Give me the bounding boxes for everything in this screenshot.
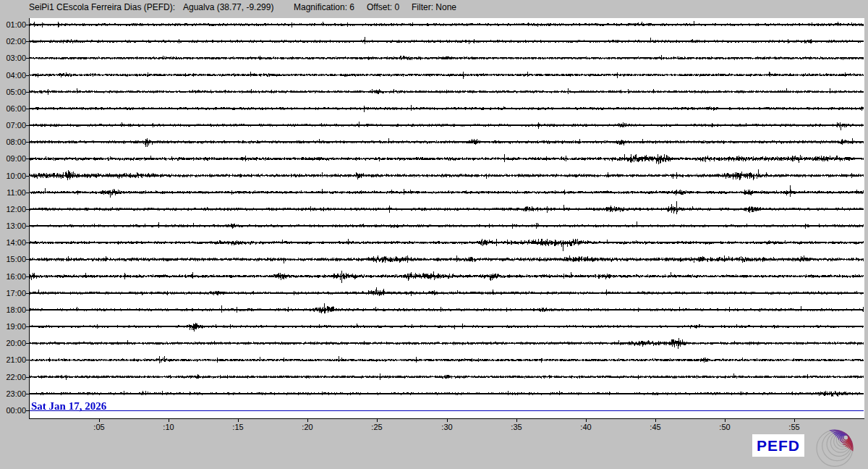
hour-label: 00:00 [1,406,26,415]
minute-label: :40 [575,423,597,431]
minute-label: :30 [436,423,458,431]
minute-tick [655,419,656,422]
hour-label: 08:00 [1,138,26,146]
minute-label: :20 [297,423,318,431]
minute-tick [725,419,726,422]
hour-label: 05:00 [1,88,26,96]
filter-value: Filter: None [412,2,456,12]
hour-tick [26,394,29,394]
minute-tick [447,419,448,422]
hour-label: 12:00 [1,205,26,214]
hour-label: 09:00 [1,154,26,163]
minute-tick [794,419,795,422]
hour-label: 23:00 [1,389,26,398]
minute-tick [377,419,378,422]
hour-tick [26,310,29,310]
hour-label: 14:00 [1,238,26,247]
date-label: Sat Jan 17, 2026 [31,400,106,413]
hour-tick [26,109,29,109]
minute-label: :05 [88,423,110,431]
hour-tick [26,159,29,159]
hour-label: 22:00 [1,373,26,381]
hour-tick [26,125,29,126]
hour-tick [26,58,29,59]
station-badge: PEFD [752,434,804,457]
minute-label: :45 [644,423,666,431]
header-bar: SeiPi1 CEscola Ferreira Dias (PEFD): Agu… [0,2,868,15]
hour-label: 06:00 [1,104,26,113]
hour-label: 15:00 [1,255,26,263]
hour-label: 21:00 [1,355,26,364]
minute-label: :10 [158,423,179,431]
station-title: SeiPi1 CEscola Ferreira Dias (PEFD): [29,2,175,12]
minute-label: :25 [366,423,388,431]
hour-label: 07:00 [1,121,26,130]
hour-label: 20:00 [1,339,26,347]
hour-label: 16:00 [1,272,26,281]
magnification-value: Magnification: 6 [294,2,354,12]
hour-tick [26,293,29,294]
hour-tick [26,377,29,378]
hour-tick [26,343,29,344]
hour-label: 10:00 [1,172,26,180]
minute-tick [516,419,517,422]
hour-tick [26,276,29,277]
hour-tick [26,176,29,177]
hour-tick [26,193,29,193]
hour-tick [26,209,29,210]
offset-value: Offset: 0 [367,2,399,12]
minute-label: :55 [783,423,805,431]
hour-tick [26,41,29,42]
minute-tick [169,419,169,422]
hour-label: 04:00 [1,71,26,80]
hour-tick [26,25,29,25]
hour-tick [26,410,29,411]
minute-label: :35 [506,423,527,431]
seismo-spiral-logo [814,426,859,468]
hour-tick [26,242,29,243]
seismogram-traces [30,18,864,418]
hour-tick [26,360,29,360]
hour-tick [26,226,29,227]
station-location: Agualva (38.77, -9.299) [183,2,273,12]
hour-tick [26,92,29,93]
hour-label: 19:00 [1,322,26,331]
hour-label: 17:00 [1,289,26,297]
minute-tick [99,419,100,422]
minute-tick [307,419,308,422]
minute-label: :15 [227,423,249,431]
minute-label: :50 [714,423,736,431]
hour-tick [26,326,29,327]
hour-label: 11:00 [1,188,26,197]
minute-tick [238,419,239,422]
hour-tick [26,142,29,143]
hour-label: 13:00 [1,221,26,230]
hour-label: 18:00 [1,305,26,314]
minute-tick [586,419,587,422]
hour-label: 03:00 [1,54,26,62]
hour-label: 02:00 [1,37,26,46]
hour-tick [26,75,29,76]
hour-label: 01:00 [1,20,26,29]
hour-tick [26,259,29,260]
